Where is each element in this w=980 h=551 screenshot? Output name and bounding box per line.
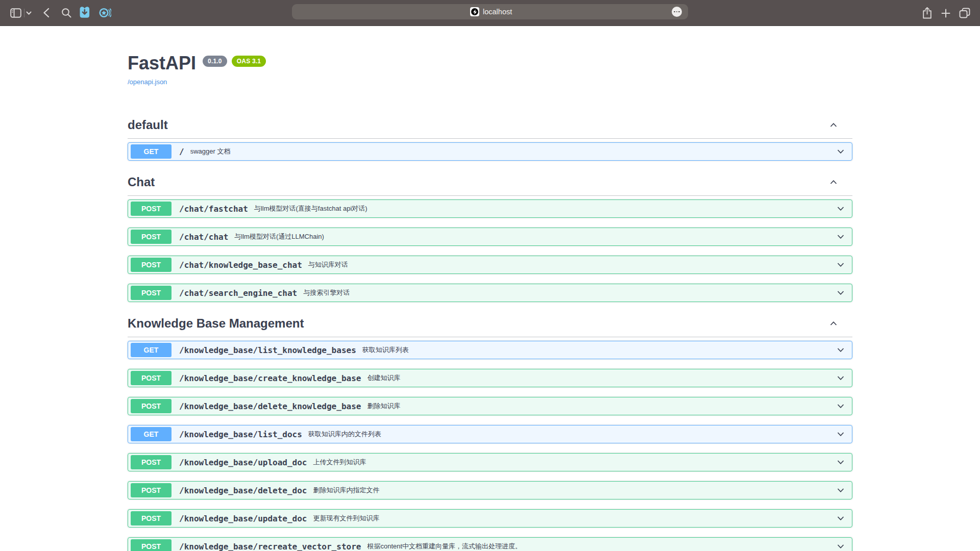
page-title: FastAPI — [128, 53, 196, 74]
sidebar-toggle-button[interactable] — [10, 8, 21, 18]
endpoint-row[interactable]: POST/chat/chat与llm模型对话(通过LLMChain) — [128, 228, 852, 246]
endpoint-row[interactable]: POST/knowledge_base/recreate_vector_stor… — [128, 537, 852, 551]
endpoint-path: /chat/chat — [179, 232, 228, 242]
address-bar[interactable]: localhost — [292, 4, 688, 19]
endpoint-path: /knowledge_base/upload_doc — [179, 458, 307, 467]
chevron-down-icon[interactable] — [836, 232, 846, 242]
endpoint-path: /knowledge_base/delete_doc — [179, 486, 307, 495]
circle-star-ripple-icon — [99, 7, 111, 18]
endpoint-row[interactable]: GET/knowledge_base/list_knowledge_bases获… — [128, 341, 852, 359]
chevron-up-icon[interactable] — [828, 120, 839, 130]
endpoint-description: 删除知识库内指定文件 — [313, 486, 379, 495]
endpoint-description: 与llm模型对话(通过LLMChain) — [234, 232, 324, 241]
new-tab-button[interactable] — [941, 9, 950, 18]
endpoint-row[interactable]: POST/chat/fastchat与llm模型对话(直接与fastchat a… — [128, 199, 852, 218]
endpoint-row[interactable]: POST/knowledge_base/update_doc更新现有文件到知识库 — [128, 509, 852, 528]
chevron-down-icon[interactable] — [836, 429, 846, 439]
api-section: ChatPOST/chat/fastchat与llm模型对话(直接与fastch… — [128, 175, 852, 302]
endpoint-row[interactable]: POST/chat/search_engine_chat与搜索引擎对话 — [128, 284, 852, 302]
method-badge: POST — [131, 455, 172, 469]
chevron-down-icon[interactable] — [836, 401, 846, 411]
api-section: defaultGET/swagger 文档 — [128, 118, 852, 161]
plus-icon — [941, 9, 950, 18]
endpoint-row[interactable]: POST/knowledge_base/delete_doc删除知识库内指定文件 — [128, 481, 852, 499]
method-badge: POST — [131, 230, 172, 244]
tab-overview-button[interactable] — [959, 8, 970, 18]
lightning-bolt-icon — [473, 9, 477, 15]
chevron-down-icon[interactable] — [836, 204, 846, 214]
openapi-spec-link[interactable]: /openapi.json — [128, 78, 167, 86]
endpoint-description: 上传文件到知识库 — [313, 458, 366, 467]
endpoint-description: 创建知识库 — [367, 373, 400, 383]
section-header[interactable]: Knowledge Base Management — [128, 316, 852, 337]
api-section: Knowledge Base ManagementGET/knowledge_b… — [128, 316, 852, 551]
back-chevron-icon — [42, 8, 50, 18]
bookmark-arrow-icon — [79, 6, 90, 18]
api-title-row: FastAPI 0.1.0 OAS 3.1 — [128, 53, 852, 74]
section-header[interactable]: Chat — [128, 175, 852, 196]
method-badge: GET — [131, 144, 172, 159]
chevron-down-icon[interactable] — [836, 146, 846, 157]
site-favicon — [470, 7, 479, 16]
chevron-down-icon[interactable] — [836, 513, 846, 523]
endpoint-path: /knowledge_base/list_docs — [179, 430, 302, 439]
endpoint-row[interactable]: POST/knowledge_base/upload_doc上传文件到知识库 — [128, 453, 852, 471]
endpoint-description: 与知识库对话 — [308, 260, 348, 269]
method-badge: POST — [131, 399, 172, 413]
browser-toolbar: localhost — [0, 0, 980, 26]
share-icon — [922, 7, 933, 19]
share-button[interactable] — [922, 7, 933, 19]
section-title: Knowledge Base Management — [128, 316, 304, 331]
method-badge: GET — [131, 427, 172, 441]
api-sections: defaultGET/swagger 文档ChatPOST/chat/fastc… — [128, 118, 852, 551]
endpoint-row[interactable]: GET/knowledge_base/list_docs获取知识库内的文件列表 — [128, 425, 852, 443]
chevron-down-icon — [26, 11, 32, 15]
endpoint-path: /knowledge_base/update_doc — [179, 514, 307, 523]
endpoint-description: 根据content中文档重建向量库，流式输出处理进度。 — [367, 542, 522, 551]
endpoint-description: 与llm模型对话(直接与fastchat api对话) — [254, 204, 368, 213]
section-title: Chat — [128, 175, 155, 189]
chevron-down-icon[interactable] — [836, 485, 846, 495]
section-title: default — [128, 118, 168, 132]
search-button[interactable] — [61, 8, 72, 18]
search-icon — [61, 8, 72, 18]
method-badge: GET — [131, 343, 172, 357]
chevron-down-icon[interactable] — [836, 373, 846, 383]
chevron-down-icon[interactable] — [836, 541, 846, 551]
chevron-up-icon[interactable] — [828, 177, 839, 187]
method-badge: POST — [131, 511, 172, 525]
toolbar-separator — [24, 9, 24, 17]
endpoint-path: /knowledge_base/recreate_vector_store — [179, 542, 361, 551]
endpoint-path: /chat/search_engine_chat — [179, 288, 297, 298]
method-badge: POST — [131, 539, 172, 551]
chevron-down-icon[interactable] — [836, 288, 846, 298]
endpoint-description: 删除知识库 — [367, 402, 400, 411]
endpoint-row[interactable]: POST/chat/knowledge_base_chat与知识库对话 — [128, 256, 852, 274]
endpoint-path: /knowledge_base/create_knowledge_base — [179, 373, 361, 383]
endpoint-row[interactable]: POST/knowledge_base/delete_knowledge_bas… — [128, 397, 852, 415]
sidebar-dropdown-button[interactable] — [26, 11, 32, 15]
method-badge: POST — [131, 483, 172, 497]
chevron-down-icon[interactable] — [836, 457, 846, 467]
endpoint-row[interactable]: POST/knowledge_base/create_knowledge_bas… — [128, 369, 852, 387]
tabs-icon — [959, 8, 970, 18]
endpoint-path: /knowledge_base/delete_knowledge_base — [179, 402, 361, 411]
method-badge: POST — [131, 202, 172, 216]
back-button[interactable] — [42, 8, 50, 18]
endpoint-description: 获取知识库列表 — [362, 345, 409, 355]
pinned-tab-broadcast[interactable] — [99, 7, 111, 18]
endpoint-description: swagger 文档 — [190, 147, 231, 156]
endpoint-path: /knowledge_base/list_knowledge_bases — [179, 345, 356, 355]
section-header[interactable]: default — [128, 118, 852, 139]
pinned-tab-bookmark[interactable] — [79, 6, 90, 18]
swagger-page: FastAPI 0.1.0 OAS 3.1 /openapi.json defa… — [117, 26, 863, 551]
address-text: localhost — [483, 4, 512, 19]
ellipsis-icon — [674, 11, 675, 13]
chevron-down-icon[interactable] — [836, 345, 846, 355]
method-badge: POST — [131, 371, 172, 385]
endpoint-path: / — [179, 147, 184, 157]
page-options-button[interactable] — [672, 7, 682, 17]
endpoint-row[interactable]: GET/swagger 文档 — [128, 142, 852, 161]
chevron-up-icon[interactable] — [828, 318, 839, 329]
chevron-down-icon[interactable] — [836, 260, 846, 270]
